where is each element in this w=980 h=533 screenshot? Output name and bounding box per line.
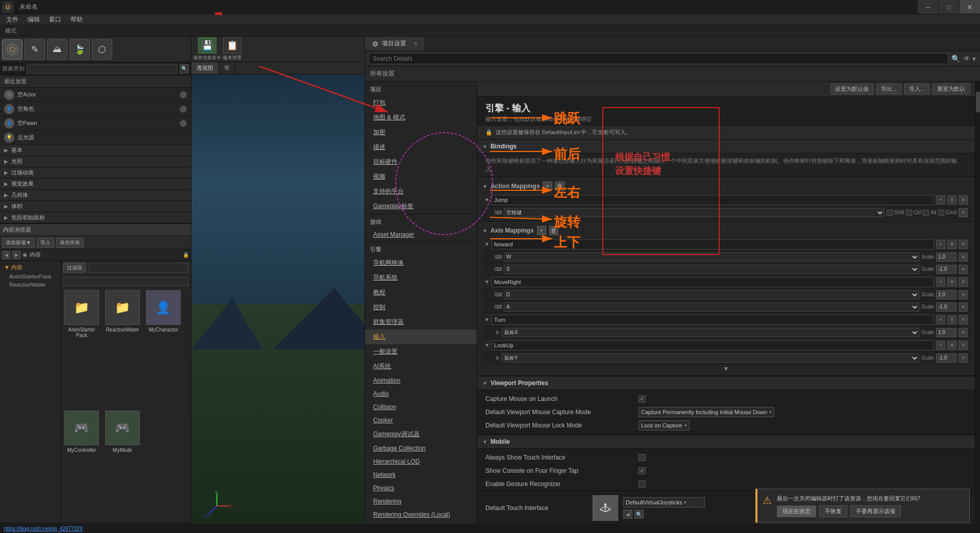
nav-gameplay-tags[interactable]: Gameplay标签 [365, 199, 477, 214]
second-tab[interactable]: 带 [219, 62, 235, 74]
shift-checkbox[interactable] [887, 210, 893, 216]
lookup-triangle[interactable]: ▼ [484, 342, 489, 348]
lookup-mousey-del-btn[interactable]: ✕ [959, 353, 968, 363]
lighting-category[interactable]: ▶ 光照 [0, 156, 191, 167]
more-category[interactable]: ▶ 包括初始鼠标 [0, 212, 191, 223]
lookup-add-btn[interactable]: + [936, 341, 945, 350]
turn-name-input[interactable] [492, 315, 934, 325]
place-mode-btn[interactable]: ⬡ [2, 39, 22, 60]
am-del-btn[interactable]: 🗑 [555, 182, 565, 191]
no-restore-btn[interactable]: 不恢复 [819, 505, 847, 517]
lookup-mousey-select[interactable]: 鼠标Y [502, 353, 919, 363]
always-show-touch-checkbox[interactable] [639, 454, 646, 461]
lookup-name-input[interactable] [492, 340, 934, 350]
nav-gc[interactable]: Garbage Collection [365, 442, 477, 455]
forward-name-input[interactable] [492, 239, 934, 249]
minimize-btn[interactable]: ─ [918, 0, 938, 14]
set-default-btn[interactable]: 设置为默认值 [830, 84, 873, 94]
menu-edit[interactable]: 编辑 [23, 14, 44, 25]
capture-mouse-checkbox[interactable] [639, 395, 646, 402]
transition-category[interactable]: ▶ 过场动画 [0, 167, 191, 179]
nav-description[interactable]: 描述 [365, 140, 477, 155]
jump-del-btn[interactable]: ✕ [959, 195, 968, 205]
turn-triangle[interactable]: ▼ [484, 317, 489, 322]
import-btn[interactable]: 导入... [904, 84, 929, 94]
detail-scrollbar[interactable] [975, 82, 980, 533]
list-item[interactable]: 👤 空Pawn ◯ [0, 116, 191, 131]
close-btn[interactable]: ✕ [960, 0, 980, 14]
moveright-copy-btn[interactable]: ✕ [947, 277, 957, 287]
perspective-tab[interactable]: 透视图 [191, 62, 219, 74]
bindings-header[interactable]: ▼ Bindings [477, 140, 975, 154]
search-input[interactable] [27, 64, 178, 74]
lookup-copy-btn[interactable]: ✕ [947, 341, 957, 350]
nav-hierarchical-lod[interactable]: Hierarchical LOD [365, 455, 477, 468]
alt-checkbox[interactable] [923, 210, 929, 216]
forward-s-del-btn[interactable]: ✕ [959, 265, 968, 274]
cmd-checkbox[interactable] [938, 210, 944, 216]
ctrl-checkbox[interactable] [906, 210, 912, 216]
nav-back-btn[interactable]: ◀ [2, 251, 10, 259]
forward-del-btn[interactable]: ✕ [959, 240, 968, 249]
tree-item-anim[interactable]: AnimStarterPack [2, 272, 59, 281]
jump-add-key-btn[interactable]: + [936, 195, 945, 205]
jump-triangle[interactable]: ▼ [484, 197, 489, 202]
geometry-mode-btn[interactable]: ⬡ [92, 39, 112, 60]
file-item-character[interactable]: 👤 MyCharactor [145, 290, 182, 407]
nav-cooker[interactable]: Cooker [365, 414, 477, 427]
nav-control[interactable]: 控制 [365, 300, 477, 315]
axm-del-btn[interactable]: 🗑 [549, 226, 558, 235]
nav-rendering-overrides[interactable]: Rendering Overrides (Local) [365, 508, 477, 521]
jump-key-del-btn[interactable]: ✕ [959, 208, 968, 217]
turn-mousex-del-btn[interactable]: ✕ [959, 328, 968, 337]
filter-btn[interactable]: 过滤器 [63, 263, 86, 273]
dont-show-btn[interactable]: 不要再显示该项 [850, 505, 901, 517]
nav-platforms[interactable]: 支持的平台 [365, 184, 477, 199]
show-console-checkbox[interactable] [639, 467, 646, 474]
visual-category[interactable]: ▶ 视觉效果 [0, 179, 191, 190]
moveright-del-btn[interactable]: ✕ [959, 277, 968, 287]
add-new-btn[interactable]: 添加新项▼ [2, 238, 35, 248]
save-tab-btn[interactable]: 💾 保存当前关卡 [193, 37, 221, 61]
nav-rendering[interactable]: Rendering [365, 495, 477, 508]
menu-help[interactable]: 帮助 [66, 14, 87, 25]
nav-nav-system[interactable]: 导航系统 [365, 270, 477, 285]
nav-general[interactable]: 一般设置 [365, 344, 477, 359]
cb-search-input[interactable] [63, 277, 189, 286]
moveright-a-select[interactable]: A [504, 302, 919, 312]
nav-collision[interactable]: Collision [365, 400, 477, 414]
moveright-name-input[interactable] [492, 277, 934, 287]
nav-gameplay-debugger[interactable]: Gameplay调试器 [365, 427, 477, 442]
save-all-btn[interactable]: 保存所有 [56, 238, 84, 248]
restore-btn[interactable]: 现在在状态 [777, 505, 816, 517]
volume-category[interactable]: ▶ 体积 [0, 201, 191, 212]
paint-mode-btn[interactable]: ✎ [24, 39, 45, 60]
nav-package[interactable]: 打包 [365, 95, 477, 110]
scrollbar-thumb[interactable] [976, 92, 980, 112]
landscape-mode-btn[interactable]: ⛰ [47, 39, 67, 60]
forward-s-scale[interactable] [936, 265, 957, 274]
file-item-controller[interactable]: 🎮 MyController [63, 411, 100, 521]
tab-close-btn[interactable]: ✕ [413, 41, 418, 46]
lookup-del-btn[interactable]: ✕ [959, 341, 968, 350]
list-item[interactable]: ⬡ 空Actor ◯ [0, 88, 191, 102]
nav-video[interactable]: 视频 [365, 169, 477, 184]
version-btn[interactable]: 📋 版本管理 [223, 37, 241, 61]
ps-search-input[interactable] [369, 53, 948, 64]
forward-triangle[interactable]: ▼ [484, 241, 489, 247]
forward-w-select[interactable]: W [504, 252, 919, 262]
touch-back-btn[interactable]: ◀ [623, 510, 632, 519]
filter-search-input[interactable] [88, 263, 189, 273]
mobile-header[interactable]: ▼ Mobile [477, 435, 975, 449]
import-btn[interactable]: 导入 [37, 238, 54, 248]
nav-network[interactable]: Network [365, 468, 477, 481]
file-item-water[interactable]: 📁 ReactiveWater [104, 290, 141, 407]
project-settings-tab[interactable]: ⚙ 项目设置 ✕ [365, 37, 425, 50]
jump-copy-btn[interactable]: ✕ [947, 195, 957, 205]
nav-ai[interactable]: AI系统 [365, 359, 477, 374]
enable-gesture-checkbox[interactable] [639, 480, 646, 488]
turn-add-btn[interactable]: + [936, 315, 945, 324]
foliage-mode-btn[interactable]: 🍃 [69, 39, 90, 60]
lock-mode-dropdown[interactable]: Lock on Capture ▾ [639, 420, 690, 430]
moveright-add-btn[interactable]: + [936, 277, 945, 287]
